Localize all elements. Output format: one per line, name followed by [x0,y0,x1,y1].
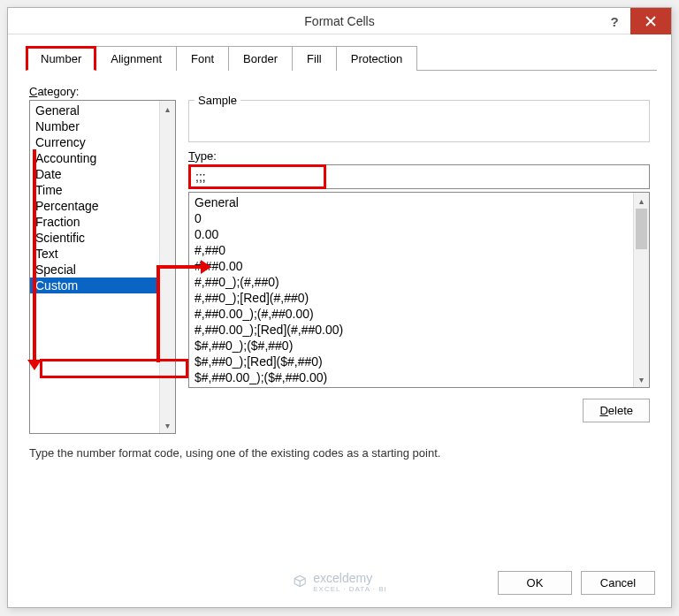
dialog-content: Number Alignment Font Border Fill Protec… [8,34,671,474]
scroll-down-icon[interactable]: ▾ [160,417,175,433]
tab-alignment[interactable]: Alignment [95,46,177,71]
category-label: Category: [29,85,650,98]
dialog-title: Format Cells [8,14,671,28]
tab-number[interactable]: Number [26,46,96,71]
category-scrollbar[interactable]: ▴ ▾ [159,101,175,433]
type-input[interactable] [191,167,324,186]
close-button[interactable] [630,8,671,34]
format-code-item[interactable]: 0 [193,210,629,226]
category-item-general[interactable]: General [30,103,159,118]
watermark: exceldemy EXCEL · DATA · BI [292,571,387,593]
format-code-item[interactable]: #,##0_);(#,##0) [193,274,629,290]
tab-border[interactable]: Border [228,46,293,71]
watermark-icon [292,574,308,590]
format-code-item[interactable]: $#,##0_);[Red]($#,##0) [193,354,629,369]
tab-protection[interactable]: Protection [336,46,418,71]
sample-label: Sample [195,94,240,107]
tab-fill[interactable]: Fill [292,46,337,71]
format-code-item[interactable]: #,##0.00 [193,258,629,274]
category-item-special[interactable]: Special [30,262,159,278]
format-code-item[interactable]: #,##0 [193,242,629,258]
cancel-button[interactable]: Cancel [581,571,655,595]
format-code-item[interactable]: General [193,194,629,210]
category-item-percentage[interactable]: Percentage [30,198,159,214]
scroll-up-icon[interactable]: ▴ [634,193,649,209]
category-item-date[interactable]: Date [30,166,159,182]
watermark-tagline: EXCEL · DATA · BI [313,585,387,593]
hint-text: Type the number format code, using one o… [29,446,650,460]
category-item-currency[interactable]: Currency [30,134,159,150]
format-code-listbox[interactable]: General 0 0.00 #,##0 #,##0.00 #,##0_);(#… [188,192,650,388]
scroll-up-icon[interactable]: ▴ [160,101,175,117]
scroll-down-icon[interactable]: ▾ [634,371,649,387]
format-code-item[interactable]: $#,##0_);($#,##0) [193,338,629,354]
category-item-scientific[interactable]: Scientific [30,230,159,246]
format-code-item[interactable]: 0.00 [193,226,629,242]
sample-value [196,106,642,131]
type-label: Type: [188,149,650,163]
close-icon [645,16,656,27]
category-item-text[interactable]: Text [30,246,159,262]
format-code-item[interactable]: #,##0.00_);[Red](#,##0.00) [193,322,629,338]
sample-group: Sample [188,100,650,142]
format-code-item[interactable]: #,##0.00_);(#,##0.00) [193,306,629,322]
category-item-fraction[interactable]: Fraction [30,214,159,230]
category-item-accounting[interactable]: Accounting [30,150,159,166]
help-button[interactable]: ? [599,8,630,34]
delete-button[interactable]: Delete [583,399,650,422]
tab-strip: Number Alignment Font Border Fill Protec… [26,45,657,71]
titlebar: Format Cells ? [8,8,671,34]
watermark-brand: exceldemy [313,571,387,585]
dialog-button-row: OK Cancel [498,571,655,595]
category-listbox[interactable]: General Number Currency Accounting Date … [29,100,176,434]
scroll-thumb[interactable] [636,209,647,249]
format-cells-dialog: Format Cells ? Number Alignment Font Bor… [7,7,672,608]
format-scrollbar[interactable]: ▴ ▾ [633,193,649,387]
titlebar-buttons: ? [599,8,671,34]
category-item-number[interactable]: Number [30,118,159,134]
format-code-item[interactable]: $#,##0.00_);($#,##0.00) [193,369,629,385]
ok-button[interactable]: OK [498,571,572,595]
tab-panel-number: Category: General Number Currency Accoun… [22,71,657,467]
tab-font[interactable]: Font [176,46,229,71]
format-code-item[interactable]: #,##0_);[Red](#,##0) [193,290,629,306]
category-item-time[interactable]: Time [30,182,159,198]
category-item-custom[interactable]: Custom [30,278,159,293]
